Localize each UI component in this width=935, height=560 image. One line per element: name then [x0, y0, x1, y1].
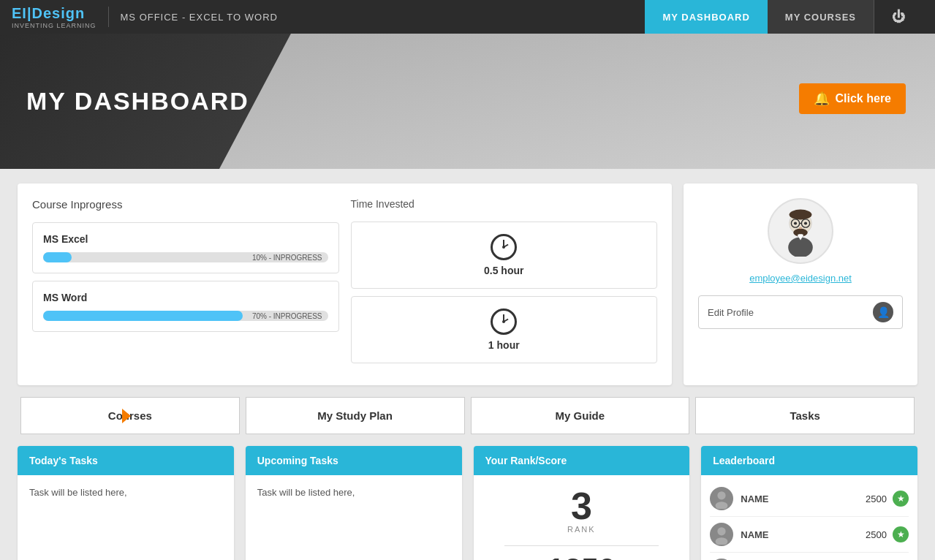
time-value-1: 0.5 hour [484, 265, 523, 276]
svg-point-6 [804, 222, 807, 224]
todays-tasks-card: Today's Tasks Task will be listed here, [18, 446, 234, 560]
profile-card: employee@eidesign.net Edit Profile 👤 [684, 183, 917, 385]
courses-tab[interactable]: MY COURSES [768, 0, 874, 34]
lb-score-2: 2500 [866, 529, 887, 540]
progress-label-excel: 10% - INPROGRESS [252, 254, 322, 262]
course-name-word: MS Word [43, 292, 328, 303]
leaderboard-item-3: NAME 2500 ★ [710, 553, 909, 560]
progress-bar-word: 70% - INPROGRESS [43, 311, 328, 321]
svg-point-5 [794, 222, 797, 224]
course-title: MS OFFICE - EXCEL TO WORD [121, 12, 646, 23]
navbar: EI|Design INVENTING LEARNING MS OFFICE -… [0, 0, 935, 34]
lb-badge-2: ★ [893, 526, 909, 542]
logo-sub: INVENTING LEARNING [12, 22, 96, 29]
upcoming-tasks-body: Task will be listed here, [246, 475, 462, 534]
todays-tasks-body: Task will be listed here, [18, 475, 234, 534]
course-item-excel: MS Excel 10% - INPROGRESS [32, 222, 339, 273]
hero-banner: MY DASHBOARD 🔔 Click here [0, 34, 935, 169]
leaderboard-item-1: NAME 2500 ★ [710, 481, 909, 517]
leaderboard-body: NAME 2500 ★ NAME 2500 ★ NAME [701, 475, 917, 560]
lb-name-2: NAME [741, 529, 866, 540]
leaderboard-header: Leaderboard [701, 446, 917, 475]
profile-icon: 👤 [873, 302, 893, 322]
progress-fill-word [43, 311, 243, 321]
rank-score-body: 3 RANK 1250 [474, 475, 690, 560]
edit-profile-label: Edit Profile [708, 307, 754, 318]
lb-avatar-2 [710, 523, 733, 546]
avatar-svg [775, 205, 826, 257]
course-item-word: MS Word 70% - INPROGRESS [32, 281, 339, 332]
rank-divider [504, 545, 659, 546]
svg-point-1 [790, 210, 812, 220]
time-section-title: Time Invested [351, 198, 658, 210]
upcoming-tasks-card: Upcoming Tasks Task will be listed here, [246, 446, 462, 560]
hero-click-here-button[interactable]: 🔔 Click here [799, 83, 906, 114]
clock-center-1 [502, 246, 505, 249]
clock-center-2 [502, 320, 505, 323]
time-value-2: 1 hour [488, 339, 520, 351]
svg-point-11 [718, 491, 726, 499]
course-name-excel: MS Excel [43, 233, 328, 245]
svg-point-8 [799, 227, 802, 229]
tab-study-plan[interactable]: My Study Plan [246, 397, 465, 434]
upcoming-tasks-header: Upcoming Tasks [246, 446, 462, 475]
lb-badge-1: ★ [893, 491, 909, 507]
courses-time-card: Course Inprogress MS Excel 10% - INPROGR… [18, 183, 672, 385]
leaderboard-item-2: NAME 2500 ★ [710, 517, 909, 553]
nav-divider [108, 7, 109, 27]
logo-text: EI|Design [12, 5, 85, 21]
avatar [768, 198, 833, 264]
lb-avatar-1 [710, 487, 733, 510]
bell-icon: 🔔 [814, 91, 830, 107]
progress-fill-excel [43, 252, 72, 262]
hero-click-label: Click here [836, 92, 891, 105]
svg-point-14 [716, 537, 728, 545]
rank-number: 3 [571, 487, 592, 525]
time-box-2: 1 hour [351, 296, 658, 363]
lb-name-1: NAME [741, 493, 866, 504]
nav-tabs: Courses My Study Plan My Guide Tasks [18, 397, 917, 434]
svg-point-13 [718, 527, 726, 535]
rank-score-header: Your Rank/Score [474, 446, 690, 475]
bottom-grid: Today's Tasks Task will be listed here, … [18, 446, 917, 560]
clock-icon-1 [491, 234, 517, 260]
logo: EI|Design INVENTING LEARNING [12, 5, 96, 29]
rank-score-card: Your Rank/Score 3 RANK 1250 [474, 446, 690, 560]
time-invested-section: Time Invested 0.5 hour 1 hour [351, 198, 658, 371]
course-inprogress-section: Course Inprogress MS Excel 10% - INPROGR… [32, 198, 339, 371]
main-content: Course Inprogress MS Excel 10% - INPROGR… [0, 169, 935, 560]
todays-tasks-header: Today's Tasks [18, 446, 234, 475]
arrow-right-icon [122, 409, 131, 423]
edit-profile-button[interactable]: Edit Profile 👤 [698, 295, 903, 329]
power-button[interactable]: ⏻ [874, 0, 923, 34]
dashboard-tab[interactable]: MY DASHBOARD [645, 0, 767, 34]
tab-my-guide[interactable]: My Guide [471, 397, 690, 434]
svg-point-12 [716, 502, 728, 509]
tabs-container: 👆 Click here Courses My Study Plan My Gu… [18, 397, 917, 434]
score-number: 1250 [548, 552, 616, 560]
tab-tasks[interactable]: Tasks [695, 397, 915, 434]
dashboard-grid: Course Inprogress MS Excel 10% - INPROGR… [18, 183, 917, 385]
time-box-1: 0.5 hour [351, 222, 658, 289]
clock-icon-2 [491, 309, 517, 335]
profile-email[interactable]: employee@eidesign.net [749, 273, 852, 284]
course-section-title: Course Inprogress [32, 198, 339, 211]
nav-buttons: MY DASHBOARD MY COURSES ⏻ [645, 0, 923, 34]
rank-label: RANK [567, 525, 596, 534]
page-title: MY DASHBOARD [0, 87, 249, 116]
progress-label-word: 70% - INPROGRESS [252, 312, 322, 320]
progress-bar-excel: 10% - INPROGRESS [43, 252, 328, 262]
leaderboard-card: Leaderboard NAME 2500 ★ NAME 2500 ★ [701, 446, 917, 560]
lb-score-1: 2500 [866, 493, 887, 504]
